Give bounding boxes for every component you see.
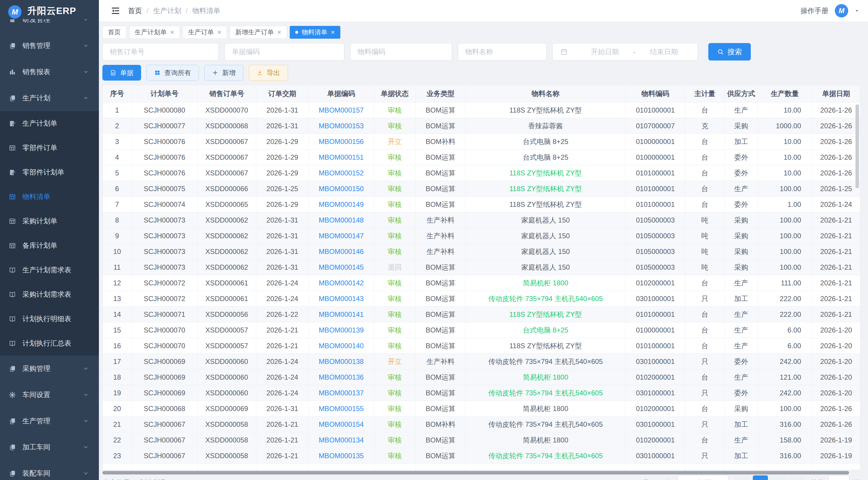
doc-link[interactable]: MBOM000152 bbox=[319, 169, 364, 177]
doc-code-input[interactable] bbox=[224, 43, 344, 61]
table-row[interactable]: 20SCJH000068XSDD0000692026-1-31MBOM00015… bbox=[103, 401, 860, 417]
material-name-input[interactable] bbox=[458, 43, 547, 61]
close-icon[interactable]: × bbox=[217, 29, 221, 36]
doc-link[interactable]: MBOM000150 bbox=[319, 185, 364, 193]
doc-link[interactable]: MBOM000151 bbox=[319, 153, 364, 161]
doc-link[interactable]: MBOM000137 bbox=[319, 389, 364, 397]
doc-link[interactable]: MBOM000157 bbox=[319, 106, 364, 114]
manual-link[interactable]: 操作手册 bbox=[801, 6, 829, 16]
goto-page-input[interactable] bbox=[829, 475, 849, 480]
doc-button[interactable]: 单据 bbox=[102, 65, 141, 81]
cell-due-date: 2026-1-24 bbox=[256, 354, 309, 369]
doc-link[interactable]: MBOM000149 bbox=[319, 201, 364, 209]
table-row[interactable]: 14SCJH000071XSDD0000562026-1-22MBOM00014… bbox=[103, 307, 860, 322]
sidebar-item-sales-report[interactable]: 销售报表 bbox=[0, 59, 99, 85]
horizontal-scrollbar-thumb[interactable] bbox=[102, 471, 849, 475]
sidebar-item-stock-plan-order[interactable]: 备库计划单 bbox=[0, 233, 99, 258]
page-button-2[interactable]: 2 bbox=[771, 475, 786, 480]
cell-material-name: 传动皮轮件 735×794 主机孔540×605 bbox=[466, 354, 626, 369]
query-all-button[interactable]: 查询所有 bbox=[146, 65, 199, 81]
doc-link[interactable]: MBOM000154 bbox=[319, 420, 364, 428]
table-row[interactable]: 19SCJH000069XSDD0000602026-1-24MBOM00013… bbox=[103, 385, 860, 401]
table-row[interactable]: 2SCJH000077XSDD0000682026-1-31MBOM000153… bbox=[103, 118, 860, 134]
export-button[interactable]: 导出 bbox=[249, 65, 288, 81]
avatar-caret-icon[interactable] bbox=[855, 8, 859, 13]
breadcrumb-item[interactable]: 生产计划 bbox=[153, 6, 181, 16]
sidebar-item-purchase-plan-demand[interactable]: 采购计划需求表 bbox=[0, 282, 99, 307]
add-button[interactable]: 新增 bbox=[204, 65, 244, 81]
sidebar-item-production-plan[interactable]: 生产计划 bbox=[0, 85, 99, 111]
doc-link[interactable]: MBOM000139 bbox=[319, 326, 364, 334]
doc-link[interactable]: MBOM000153 bbox=[319, 122, 364, 130]
sidebar-item-material-list[interactable]: 物料清单 bbox=[0, 184, 99, 209]
prev-page-button[interactable] bbox=[735, 475, 750, 480]
tab-new-production-order[interactable]: 新增生产订单× bbox=[230, 26, 287, 39]
vertical-scrollbar-thumb[interactable] bbox=[856, 104, 859, 188]
tab-home[interactable]: 首页 bbox=[102, 26, 126, 39]
sidebar-item-sales-mgmt[interactable]: 销售管理 bbox=[0, 33, 99, 59]
sidebar-item-assembly-workshop[interactable]: 装配车间 bbox=[0, 460, 99, 480]
sidebar-item-purchase-mgmt[interactable]: 采购管理 bbox=[0, 356, 99, 382]
table-row[interactable]: 21SCJH000067XSDD0000582026-1-21MBOM00015… bbox=[103, 417, 860, 432]
sidebar-item-production-plan-demand[interactable]: 生产计划需求表 bbox=[0, 258, 99, 282]
sales-order-no-input[interactable] bbox=[102, 43, 219, 61]
table-row[interactable]: 1SCJH000080XSDD0000702026-1-31MBOM000157… bbox=[103, 102, 860, 118]
avatar[interactable]: M bbox=[835, 4, 848, 18]
doc-link[interactable]: MBOM000145 bbox=[319, 263, 364, 271]
table-row[interactable]: 11SCJH000073XSDD0000622026-1-31MBOM00014… bbox=[103, 260, 860, 275]
page-size-select[interactable]: 100条/页 bbox=[678, 475, 728, 480]
close-icon[interactable]: × bbox=[277, 29, 281, 36]
doc-link[interactable]: MBOM000142 bbox=[319, 279, 364, 287]
table-row[interactable]: 17SCJH000069XSDD0000602026-1-24MBOM00013… bbox=[103, 354, 860, 369]
close-icon[interactable]: × bbox=[170, 29, 174, 36]
sidebar-item-processing-workshop[interactable]: 加工车间 bbox=[0, 434, 99, 460]
material-code-input[interactable] bbox=[350, 43, 452, 61]
table-row[interactable]: 12SCJH000072XSDD0000612026-1-24MBOM00014… bbox=[103, 275, 860, 291]
close-icon[interactable]: × bbox=[331, 29, 335, 36]
menu-fold-icon[interactable] bbox=[111, 6, 120, 16]
table-row[interactable]: 22SCJH000067XSDD0000582026-1-21MBOM00013… bbox=[103, 432, 860, 448]
tab-production-order[interactable]: 生产订单× bbox=[183, 26, 227, 39]
next-page-button[interactable] bbox=[789, 475, 804, 480]
doc-link[interactable]: MBOM000143 bbox=[319, 295, 364, 303]
doc-link[interactable]: MBOM000148 bbox=[319, 216, 364, 224]
doc-link[interactable]: MBOM000136 bbox=[319, 373, 364, 381]
table-row[interactable]: 16SCJH000070XSDD0000572026-1-21MBOM00014… bbox=[103, 338, 860, 354]
table-row[interactable]: 4SCJH000076XSDD0000672026-1-29MBOM000151… bbox=[103, 150, 860, 165]
doc-link[interactable]: MBOM000135 bbox=[319, 452, 364, 460]
sidebar-item-parts-plan-order[interactable]: 零部件计划单 bbox=[0, 160, 99, 184]
tab-material-list[interactable]: 物料清单× bbox=[290, 26, 340, 39]
table-row[interactable]: 18SCJH000069XSDD0000602026-1-24MBOM00013… bbox=[103, 369, 860, 385]
table-row[interactable]: 8SCJH000073XSDD0000622026-1-31MBOM000148… bbox=[103, 212, 860, 228]
doc-link[interactable]: MBOM000146 bbox=[319, 247, 364, 256]
sidebar-item-production-plan-order[interactable]: 生产计划单 bbox=[0, 111, 99, 136]
sidebar-item-purchase-plan-order[interactable]: 采购计划单 bbox=[0, 209, 99, 233]
doc-link[interactable]: MBOM000140 bbox=[319, 342, 364, 350]
cell-qty: 100.00 bbox=[758, 244, 812, 259]
breadcrumb-item[interactable]: 首页 bbox=[128, 6, 142, 16]
doc-link[interactable]: MBOM000155 bbox=[319, 404, 364, 413]
table-row[interactable]: 3SCJH000076XSDD0000672026-1-29MBOM000156… bbox=[103, 134, 860, 150]
doc-link[interactable]: MBOM000138 bbox=[319, 358, 364, 366]
table-row[interactable]: 13SCJH000072XSDD0000612026-1-24MBOM00014… bbox=[103, 291, 860, 307]
doc-link[interactable]: MBOM000141 bbox=[319, 310, 364, 319]
table-row[interactable]: 10SCJH000073XSDD0000622026-1-31MBOM00014… bbox=[103, 244, 860, 260]
sidebar-item-production-mgmt[interactable]: 生产管理 bbox=[0, 408, 99, 434]
table-row[interactable]: 9SCJH000073XSDD0000622026-1-31MBOM000147… bbox=[103, 228, 860, 244]
date-range-input[interactable]: 开始日期 - 结束日期 bbox=[552, 43, 698, 61]
search-button[interactable]: 搜索 bbox=[708, 43, 751, 61]
table-row[interactable]: 6SCJH000075XSDD0000662026-1-25MBOM000150… bbox=[103, 181, 860, 197]
doc-link[interactable]: MBOM000134 bbox=[319, 436, 364, 444]
table-row[interactable]: 7SCJH000074XSDD0000652026-1-29MBOM000149… bbox=[103, 197, 860, 212]
doc-link[interactable]: MBOM000156 bbox=[319, 138, 364, 146]
page-button-1[interactable]: 1 bbox=[753, 475, 768, 480]
sidebar-item-plan-exec-summary[interactable]: 计划执行汇总表 bbox=[0, 331, 99, 356]
tab-production-plan-order[interactable]: 生产计划单× bbox=[129, 26, 180, 39]
table-row[interactable]: 23SCJH000067XSDD0000582026-1-21MBOM00013… bbox=[103, 448, 860, 464]
sidebar-item-parts-order[interactable]: 零部件订单 bbox=[0, 136, 99, 160]
doc-link[interactable]: MBOM000147 bbox=[319, 232, 364, 240]
sidebar-item-workshop-settings[interactable]: 车间设置 bbox=[0, 382, 99, 408]
sidebar-item-plan-exec-detail[interactable]: 计划执行明细表 bbox=[0, 307, 99, 331]
table-row[interactable]: 15SCJH000070XSDD0000572026-1-21MBOM00013… bbox=[103, 322, 860, 338]
table-row[interactable]: 5SCJH000076XSDD0000672026-1-29MBOM000152… bbox=[103, 165, 860, 181]
